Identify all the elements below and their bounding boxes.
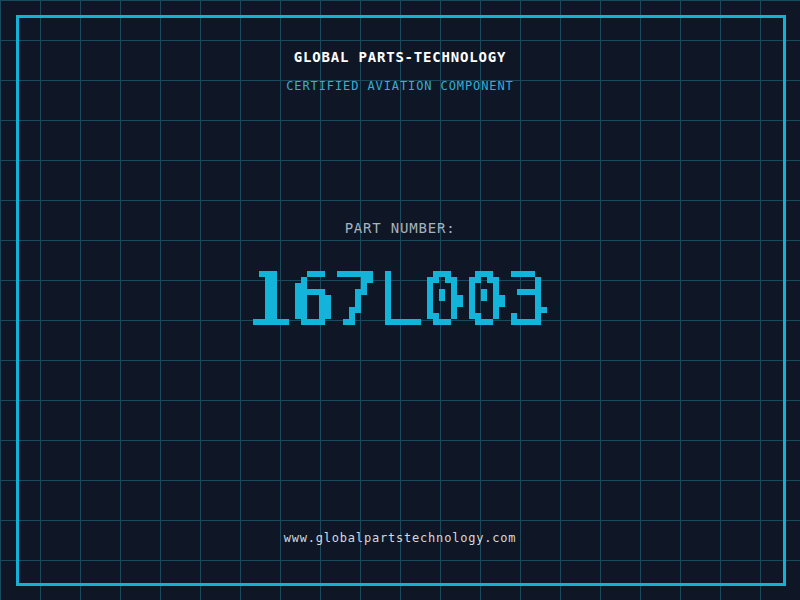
certification-label: CERTIFIED AVIATION COMPONENT	[0, 79, 800, 93]
company-name: GLOBAL PARTS-TECHNOLOGY	[0, 49, 800, 65]
part-number-display	[241, 247, 559, 349]
website-url: www.globalpartstechnology.com	[0, 531, 800, 545]
certificate-screen: GLOBAL PARTS-TECHNOLOGY CERTIFIED AVIATI…	[0, 0, 800, 600]
part-number-label: PART NUMBER:	[0, 220, 800, 236]
